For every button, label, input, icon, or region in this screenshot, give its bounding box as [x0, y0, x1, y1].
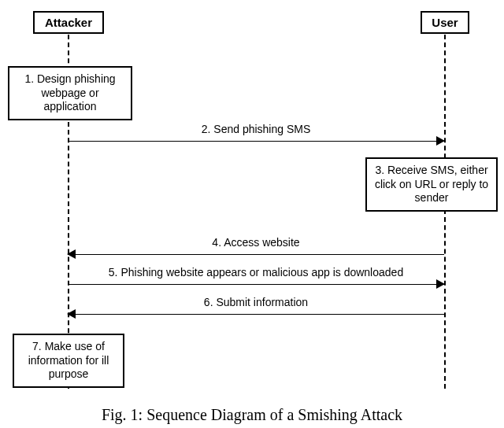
- step-3-box: 3. Receive SMS, either click on URL or r…: [365, 157, 498, 212]
- actor-attacker: Attacker: [33, 11, 104, 34]
- message-4-label: 4. Access website: [68, 236, 444, 249]
- arrow-head-right: [436, 279, 445, 289]
- message-5: 5. Phishing website appears or malicious…: [68, 277, 444, 293]
- arrow-line: [68, 254, 444, 255]
- arrow-head-right: [436, 136, 445, 146]
- actor-user: User: [421, 11, 469, 34]
- sequence-diagram: Attacker User 1. Design phishing webpage…: [0, 0, 504, 428]
- arrow-head-left: [67, 309, 76, 319]
- step-1-box: 1. Design phishing webpage or applicatio…: [8, 66, 132, 120]
- message-2: 2. Send phishing SMS: [68, 134, 444, 149]
- message-2-label: 2. Send phishing SMS: [68, 123, 444, 135]
- message-4: 4. Access website: [68, 247, 444, 263]
- lifeline-user: [444, 35, 446, 389]
- arrow-line: [68, 141, 444, 142]
- step-7-box: 7. Make use of information for ill purpo…: [13, 334, 124, 388]
- arrow-line: [68, 314, 444, 315]
- figure-caption: Fig. 1: Sequence Diagram of a Smishing A…: [0, 406, 504, 424]
- message-6-label: 6. Submit information: [68, 296, 444, 308]
- message-5-label: 5. Phishing website appears or malicious…: [68, 266, 444, 279]
- arrow-head-left: [67, 249, 76, 259]
- message-6: 6. Submit information: [68, 307, 444, 323]
- arrow-line: [68, 284, 444, 285]
